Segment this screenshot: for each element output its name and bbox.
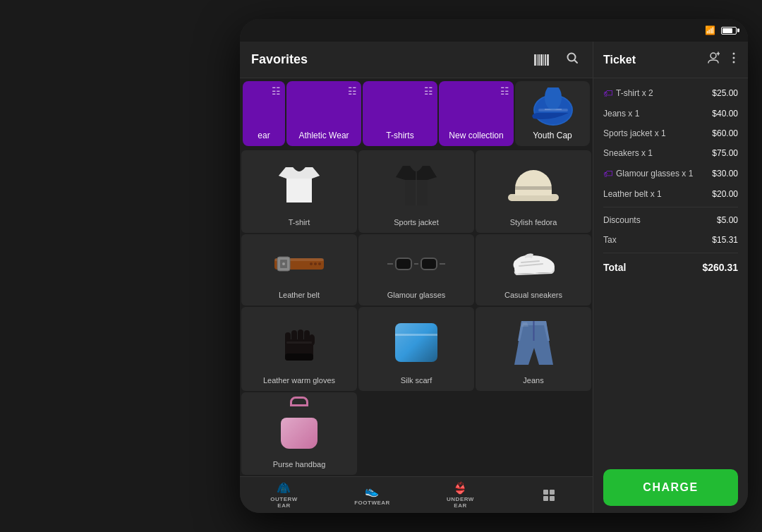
discount-tag-tshirt: 🏷 — [603, 87, 613, 99]
belt-svg — [274, 250, 324, 278]
svg-point-14 — [314, 262, 317, 265]
ticket-item-label-tshirt: 🏷 T-shirt x 2 — [603, 87, 653, 99]
ticket-header: Ticket — [593, 42, 748, 78]
product-label-belt: Leather belt — [279, 291, 320, 300]
category-item-new-collection[interactable]: ☷ New collection — [439, 81, 514, 146]
category-item-youth-cap[interactable]: Youth Cap — [515, 81, 590, 146]
nav-label-outerwear: OUTERWEAR — [270, 497, 297, 509]
svg-line-1 — [574, 60, 577, 63]
panel-title: Favorites — [251, 52, 308, 67]
tshirt-svg — [279, 166, 320, 205]
product-label-sneakers: Casual sneakers — [504, 291, 562, 300]
battery-icon — [721, 27, 737, 35]
nav-item-outerwear[interactable]: 🧥 OUTERWEAR — [240, 477, 328, 513]
svg-point-30 — [733, 61, 735, 64]
belt-image — [246, 240, 353, 288]
grid-icon — [543, 490, 555, 501]
product-item-handbag[interactable]: Purse handbag — [241, 392, 357, 475]
ticket-item-label-belt: Leather belt x 1 — [603, 189, 662, 199]
product-label-jeans: Jeans — [523, 376, 543, 385]
category-label-tshirts: T-shirts — [386, 131, 413, 140]
svg-rect-22 — [285, 353, 313, 361]
fedora-image — [480, 156, 587, 215]
ticket-row-tshirt: 🏷 T-shirt x 2 $25.00 — [593, 83, 748, 104]
jacket-image — [363, 156, 470, 215]
nav-item-underwear[interactable]: 👙 UNDERWEAR — [416, 477, 504, 513]
footwear-icon: 👟 — [365, 484, 380, 497]
ticket-item-label-jacket: Sports jacket x 1 — [603, 128, 666, 138]
ticket-tax-row: Tax $15.31 — [593, 230, 748, 250]
discount-value: $5.00 — [717, 215, 738, 225]
more-options-button[interactable] — [730, 49, 738, 71]
copy-icon: ☷ — [348, 85, 357, 97]
fedora-visual — [508, 170, 559, 201]
ticket-divider — [603, 207, 738, 207]
svg-point-13 — [310, 262, 313, 265]
copy-icon: ☷ — [424, 85, 433, 97]
category-item-tshirts[interactable]: ☷ T-shirts — [363, 81, 437, 146]
ticket-item-price-jeans: $40.00 — [712, 109, 738, 119]
ticket-item-price-belt: $20.00 — [712, 189, 738, 199]
ticket-item-label-sneakers: Sneakers x 1 — [603, 148, 653, 158]
tax-label: Tax — [603, 235, 617, 245]
panel-header: Favorites — [240, 42, 593, 78]
product-item-fedora[interactable]: Stylish fedora — [476, 150, 591, 233]
product-item-scarf[interactable]: Silk scarf — [358, 307, 474, 391]
search-button[interactable] — [563, 49, 581, 71]
barcode-icon — [534, 54, 549, 66]
glasses-visual — [387, 258, 445, 270]
ticket-row-belt: Leather belt x 1 $20.00 — [593, 184, 748, 204]
copy-icon: ☷ — [500, 85, 509, 97]
status-bar: 📶 — [240, 19, 748, 42]
ticket-item-price-sneakers: $75.00 — [712, 148, 738, 158]
ticket-header-icons — [704, 49, 738, 71]
header-icons — [531, 49, 581, 71]
nav-item-footwear[interactable]: 👟 FOOTWEAR — [328, 480, 416, 510]
product-item-jeans[interactable]: Jeans — [476, 307, 591, 391]
barcode-button[interactable] — [531, 52, 552, 68]
product-item-sneakers[interactable]: Casual sneakers — [476, 234, 591, 306]
discount-label: Discounts — [603, 215, 641, 225]
charge-button[interactable]: CHARGE — [603, 469, 738, 506]
svg-point-15 — [318, 262, 321, 265]
category-label-youth-cap: Youth Cap — [533, 131, 572, 140]
svg-rect-20 — [304, 330, 310, 343]
gloves-image — [246, 313, 353, 373]
sneakers-image — [480, 240, 587, 288]
ticket-item-price-jacket: $60.00 — [712, 128, 738, 138]
svg-point-29 — [733, 57, 735, 59]
tshirt-image — [246, 156, 353, 215]
category-item-partial[interactable]: ☷ ear — [243, 81, 285, 146]
jeans-image — [480, 313, 587, 373]
product-label-fedora: Stylish fedora — [510, 218, 557, 227]
product-item-leather-belt[interactable]: Leather belt — [241, 234, 357, 306]
nav-label-underwear: UNDERWEAR — [447, 497, 474, 509]
ticket-title: Ticket — [603, 54, 636, 66]
category-label: ear — [258, 131, 270, 140]
product-item-gloves[interactable]: Leather warm gloves — [241, 307, 357, 391]
product-label-glasses: Glamour glasses — [387, 291, 446, 300]
ticket-row-jeans: Jeans x 1 $40.00 — [593, 104, 748, 123]
product-item-tshirt[interactable]: T-shirt — [241, 150, 357, 233]
ticket-discount-row: Discounts $5.00 — [593, 210, 748, 230]
category-item-athletic-wear[interactable]: ☷ Athletic Wear — [286, 81, 361, 146]
wifi-icon: 📶 — [705, 25, 715, 35]
product-item-sports-jacket[interactable]: Sports jacket — [358, 150, 474, 233]
pos-device: 📶 Favorites — [240, 19, 748, 513]
ticket-panel: Ticket — [593, 42, 748, 513]
glasses-image — [363, 240, 470, 288]
nav-item-grid[interactable] — [504, 485, 593, 505]
ticket-row-sports-jacket: Sports jacket x 1 $60.00 — [593, 123, 748, 143]
add-person-button[interactable] — [704, 49, 722, 71]
tax-value: $15.31 — [712, 235, 738, 245]
bottom-nav: 🧥 OUTERWEAR 👟 FOOTWEAR 👙 UNDERWEAR — [240, 476, 593, 513]
product-label-jacket: Sports jacket — [394, 218, 439, 227]
svg-rect-19 — [298, 330, 303, 343]
svg-point-25 — [710, 53, 716, 59]
left-panel: Favorites — [240, 42, 593, 513]
product-item-glasses[interactable]: Glamour glasses — [358, 234, 474, 306]
gloves-svg — [278, 322, 320, 364]
sneakers-svg — [511, 248, 557, 279]
ticket-row-sneakers: Sneakers x 1 $75.00 — [593, 143, 748, 163]
total-value: $260.31 — [702, 262, 738, 273]
